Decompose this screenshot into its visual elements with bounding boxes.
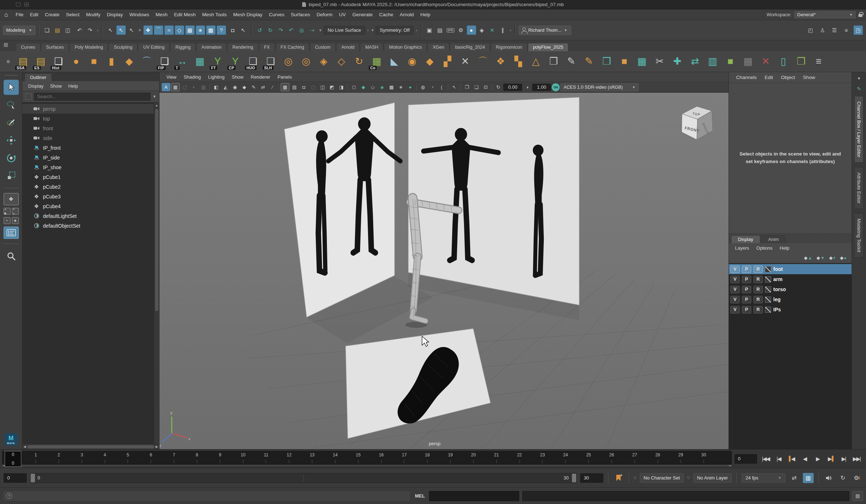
layer-color-swatch[interactable] <box>765 307 771 313</box>
layer-row-torso[interactable]: VPRtorso <box>729 284 852 294</box>
gate-mask-icon[interactable]: ▨ <box>199 83 208 91</box>
shelf-lasso-poly-icon[interactable]: △ <box>528 53 544 71</box>
play-backward-button[interactable]: ◀ <box>799 453 810 464</box>
shelf-tab-surfaces[interactable]: Surfaces <box>41 43 69 51</box>
mel-command-input[interactable] <box>429 491 519 501</box>
shelf-dark-grid-icon[interactable]: ▦ <box>740 53 756 71</box>
outliner-menu-show[interactable]: Show <box>47 83 65 89</box>
scale-tool-icon[interactable] <box>4 168 19 183</box>
layout-two-pane-side-button[interactable]: ＋ <box>4 217 10 224</box>
shelf-tab-curves[interactable]: Curves <box>16 43 40 51</box>
chevron-down-icon[interactable]: ▾ <box>858 76 860 81</box>
layer-visible-toggle[interactable]: V <box>730 296 740 303</box>
outliner-item-defaultLightSet[interactable]: defaultLightSet <box>22 211 154 221</box>
layer-row-arm[interactable]: VPRarm <box>729 274 852 284</box>
outliner-item-pCube4[interactable]: ❖pCube4 <box>22 201 154 211</box>
outliner-item-pCube2[interactable]: ❖pCube2 <box>22 182 154 192</box>
shadows-icon[interactable]: ◫ <box>318 83 327 91</box>
layer-row-IPs[interactable]: VPRIPs <box>729 304 852 315</box>
snap-curve-icon[interactable]: ⌒ <box>154 25 163 35</box>
channel-box-toggle-icon[interactable]: ☰ <box>830 25 839 35</box>
menu-cache[interactable]: Cache <box>376 11 397 18</box>
channel-box-menu-channels[interactable]: Channels <box>732 74 760 81</box>
outliner-menu-help[interactable]: Help <box>65 83 81 89</box>
cached-playback-icon[interactable]: ▥ <box>803 473 814 483</box>
shelf-curve-rebuild-icon[interactable]: ⌒ <box>474 53 491 71</box>
depth-of-field-icon[interactable]: ( <box>437 83 446 91</box>
shelf-mirror-swap-icon[interactable]: ◎ <box>298 53 314 71</box>
shelf-window-icon[interactable]: ❐ <box>545 53 562 71</box>
render-settings-icon[interactable]: ⚙ <box>456 25 466 35</box>
snap-panel-icon[interactable]: ↖ <box>450 83 459 91</box>
shelf-tab-uv-editing[interactable]: UV Editing <box>138 43 170 51</box>
move-tool-icon[interactable] <box>4 133 19 148</box>
mute-audio-icon[interactable] <box>823 473 834 483</box>
shelf-orange-cube-icon[interactable]: ■ <box>616 53 633 71</box>
draw-stroke-icon[interactable]: ∕ <box>268 83 277 91</box>
window-grid-icon[interactable] <box>24 3 29 6</box>
hypershade-icon[interactable]: ● <box>467 25 476 35</box>
animation-end-field[interactable]: 30 <box>580 473 603 483</box>
highlight-pencil-icon[interactable]: ✎ <box>857 86 861 92</box>
outliner-item-front[interactable]: front <box>22 123 154 133</box>
script-editor-icon[interactable]: ▤ <box>852 491 863 501</box>
open-scene-icon[interactable]: ▤ <box>53 25 62 35</box>
playback-range-strip[interactable] <box>2 465 732 467</box>
xray-active-icon[interactable]: ◇ <box>368 83 377 91</box>
grid-toggle-icon[interactable]: ▦ <box>171 83 180 91</box>
modeling-toolkit-toggle-icon[interactable]: ◰ <box>806 25 815 35</box>
select-component-icon[interactable]: ↖ <box>127 25 136 35</box>
save-scene-icon[interactable]: ◫ <box>63 25 73 35</box>
layout-four-pane-alt-button[interactable]: ＋＋ <box>12 208 19 215</box>
menu-edit[interactable]: Edit <box>27 11 41 18</box>
layout-four-pane-button[interactable]: ＋❖ <box>4 208 10 215</box>
ambient-occlusion-icon[interactable]: ◩ <box>328 83 336 91</box>
shelf-tab-mash[interactable]: MASH <box>360 43 383 51</box>
layer-reference-toggle[interactable]: R <box>753 296 763 303</box>
render-sequence-icon[interactable]: ◈ <box>477 25 487 35</box>
select-hierarchy-icon[interactable]: ↖ <box>106 25 115 35</box>
select-tool-icon[interactable] <box>4 80 19 95</box>
exposure-field[interactable]: 0.00 <box>503 84 522 91</box>
viewport-menu-renderer[interactable]: Renderer <box>248 74 274 80</box>
range-start-handle[interactable] <box>31 474 35 482</box>
layer-reference-toggle[interactable]: R <box>753 266 763 273</box>
select-camera-icon[interactable]: ◧ <box>212 83 220 91</box>
menu-mesh-display[interactable]: Mesh Display <box>230 11 266 18</box>
chevron-down-icon[interactable]: ▼ <box>153 95 156 98</box>
shelf-pose-icon[interactable]: ❏HUO <box>245 53 261 71</box>
snap-move-icon[interactable]: ✚ <box>143 25 153 35</box>
history-off-icon[interactable]: ↶ <box>287 25 296 35</box>
scrollbar-thumb[interactable] <box>155 109 158 311</box>
menu-generate[interactable]: Generate <box>349 11 376 18</box>
shelf-tab-rendering[interactable]: Rendering <box>227 43 258 51</box>
menu-modify[interactable]: Modify <box>83 11 104 18</box>
layer-playback-toggle[interactable]: P <box>742 276 751 283</box>
workspace-lock-icon[interactable] <box>858 14 862 17</box>
undo-icon[interactable]: ↶ <box>75 25 84 35</box>
shelf-columns-icon[interactable]: ▥ <box>704 53 721 71</box>
shelf-tab-polyflow_2025[interactable]: polyFlow_2025 <box>528 43 568 51</box>
render-frame-icon[interactable]: ▤ <box>435 25 445 35</box>
section-collapse-icon[interactable]: › <box>97 27 99 33</box>
section-collapse-icon[interactable]: › <box>367 27 369 33</box>
shelf-pen-icon[interactable]: ✎ <box>563 53 579 71</box>
chevron-down-icon[interactable]: ▾ <box>319 27 322 33</box>
shelf-poly-sphere-icon[interactable]: ● <box>68 53 84 71</box>
shelf-axis-icon[interactable]: YCP <box>227 53 244 71</box>
shelf-note-icon[interactable]: ❏FIP <box>156 53 173 71</box>
menu-file[interactable]: File <box>12 11 27 18</box>
sidebar-tab-channel-box-layer-editor[interactable]: Channel Box / Layer Editor <box>855 96 863 163</box>
shelf-center-pivot-icon[interactable]: ◈ <box>315 53 332 71</box>
playback-loop-icon[interactable]: ⇄ <box>789 473 800 483</box>
chevron-down-icon[interactable]: ▾ <box>139 27 141 33</box>
menu-mesh[interactable]: Mesh <box>152 11 171 18</box>
step-back-frame-button[interactable]: |◀ <box>773 453 784 464</box>
character-controls-toggle-icon[interactable]: ♙ <box>818 25 827 35</box>
outliner-item-top[interactable]: top <box>22 114 154 123</box>
menu-curves[interactable]: Curves <box>266 11 288 18</box>
menu-help[interactable]: Help <box>417 11 434 18</box>
go-to-end-button[interactable]: ▶▶| <box>851 453 862 464</box>
shelf-tab-motion-graphics[interactable]: Motion Graphics <box>384 43 427 51</box>
outliner-tab[interactable]: Outliner <box>25 73 52 81</box>
